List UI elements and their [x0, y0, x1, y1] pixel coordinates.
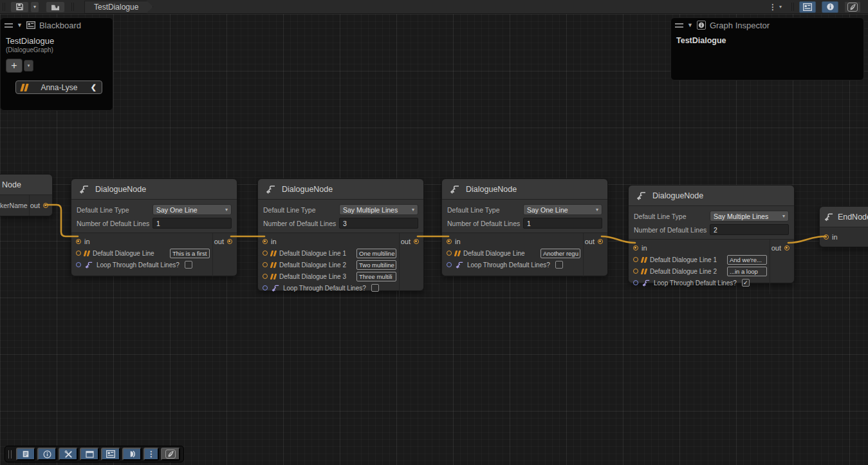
toggle-tools-button[interactable]	[59, 448, 78, 460]
out-port[interactable]	[598, 239, 603, 244]
loop-label: Loop Through Default Lines?	[654, 280, 737, 287]
collapse-triangle-icon[interactable]: ▼	[17, 22, 23, 28]
line-type-dropdown[interactable]: Say Multiple Lines ▾	[710, 211, 789, 222]
toolbar-separator	[71, 3, 74, 11]
blackboard-title: Blackboard	[39, 21, 81, 30]
dialogue-line-field[interactable]: Another regu	[540, 249, 580, 258]
overflow-menu-button[interactable]: ⋮ ▾	[766, 1, 785, 13]
bottom-toolbar: ⋮	[5, 446, 184, 462]
node-title-bar[interactable]: DialogueNode	[258, 179, 423, 200]
loop-checkbox[interactable]	[371, 284, 379, 292]
save-dropdown-button[interactable]: ▾	[30, 1, 39, 13]
in-port[interactable]	[633, 245, 638, 251]
dialogue-node-1[interactable]: DialogueNode Default Line Type Say One L…	[71, 178, 237, 276]
folder-open-icon	[51, 3, 60, 11]
dialogue-line-field[interactable]: ...in a loop	[727, 267, 767, 276]
num-lines-field[interactable]: 2	[710, 224, 789, 235]
loop-port[interactable]	[76, 262, 81, 267]
graph-inspector-panel: ▼ Graph Inspector TestDialogue	[670, 17, 864, 81]
chevron-down-icon: ▾	[412, 207, 414, 213]
loop-checkbox[interactable]	[555, 261, 563, 269]
chevron-left-icon[interactable]: ❮	[91, 83, 97, 91]
in-port-label: in	[642, 244, 647, 252]
dialogue-node-3[interactable]: DialogueNode Default Line Type Say One L…	[441, 178, 608, 276]
dialogue-line-label: Default Dialogue Line	[93, 250, 154, 257]
node-title: DialogueNode	[282, 185, 333, 194]
in-port[interactable]	[76, 239, 81, 244]
in-port-label: in	[271, 238, 277, 245]
loop-port[interactable]	[633, 280, 638, 285]
dialogue-line-field[interactable]: Three multili	[356, 272, 396, 281]
loop-checkbox[interactable]	[185, 261, 192, 269]
dialogue-line-port[interactable]	[633, 257, 638, 262]
in-port[interactable]	[263, 239, 268, 244]
document-icon	[22, 450, 30, 458]
blackboard-variable-anna-lyse[interactable]: Anna-Lyse ❮	[15, 81, 102, 94]
node-title: Node	[2, 180, 21, 189]
dialogue-line-port[interactable]	[263, 251, 268, 256]
dialogue-line-port[interactable]	[447, 251, 452, 256]
collapse-triangle-icon[interactable]: ▼	[687, 22, 693, 28]
out-port[interactable]	[414, 239, 419, 244]
open-asset-button[interactable]	[46, 1, 65, 13]
num-lines-field[interactable]: 1	[152, 218, 232, 229]
dialogue-line-label: Default Dialogue Line 1	[279, 250, 346, 257]
toggle-window-button[interactable]	[80, 448, 99, 460]
loop-checkbox[interactable]: ✓	[742, 279, 750, 287]
num-lines-field[interactable]: 3	[339, 218, 418, 229]
node-title: EndNode	[838, 213, 868, 222]
dialogue-line-label: Default Dialogue Line 2	[650, 268, 717, 275]
speaker-node-partial[interactable]: Node kerName out	[0, 174, 53, 216]
out-port[interactable]	[784, 245, 790, 251]
drag-handle-icon[interactable]	[8, 450, 12, 459]
graph-tab[interactable]: TestDialogue	[84, 1, 153, 14]
blackboard-header[interactable]: ▼ Blackboard	[1, 18, 113, 32]
loop-label: Loop Through Default Lines?	[467, 261, 550, 269]
loop-port[interactable]	[263, 285, 268, 290]
graph-inspector-header[interactable]: ▼ Graph Inspector	[671, 18, 863, 32]
line-type-dropdown[interactable]: Say One Line ▾	[523, 204, 602, 215]
toggle-preview-transition-button[interactable]	[122, 448, 142, 460]
graph-tab-label: TestDialogue	[94, 3, 138, 12]
save-button[interactable]	[10, 1, 29, 13]
line-type-dropdown[interactable]: Say Multiple Lines ▾	[339, 204, 418, 215]
toggle-blackboard-button[interactable]	[799, 1, 816, 13]
more-options-button[interactable]: ⋮	[143, 448, 159, 460]
node-title-bar[interactable]: DialogueNode	[442, 179, 607, 200]
line-type-dropdown[interactable]: Say One Line ▾	[152, 204, 232, 215]
dialogue-node-2[interactable]: DialogueNode Default Line Type Say Multi…	[257, 178, 424, 291]
node-title-bar[interactable]: Node	[0, 175, 52, 195]
toggle-preview-button[interactable]	[844, 1, 861, 13]
dialogue-line-field[interactable]: And we're...	[727, 255, 767, 265]
in-port[interactable]	[447, 239, 452, 244]
toggle-graph-inspector-button[interactable]	[822, 1, 838, 13]
toggle-inspector-button[interactable]	[37, 448, 57, 460]
toggle-blackboard-button[interactable]	[101, 448, 120, 460]
end-node[interactable]: EndNode in	[819, 206, 868, 247]
node-title-bar[interactable]: DialogueNode	[629, 185, 794, 206]
blackboard-panel: ▼ Blackboard TestDialogue (DialogueGraph…	[0, 17, 113, 111]
dialogue-line-port[interactable]	[633, 269, 638, 274]
dialogue-line-port[interactable]	[76, 251, 81, 256]
toggle-feather-button[interactable]	[161, 448, 180, 460]
dialogue-line-port[interactable]	[263, 274, 268, 279]
node-title-bar[interactable]: EndNode	[820, 207, 868, 227]
drag-handle-icon[interactable]	[5, 23, 13, 28]
dialogue-node-4[interactable]: DialogueNode Default Line Type Say Multi…	[628, 185, 795, 283]
dialogue-line-field[interactable]: This is a first	[170, 249, 210, 258]
dialogue-line-field[interactable]: One multiline	[356, 249, 396, 258]
drag-handle-icon[interactable]	[675, 23, 683, 28]
dialogue-line-port[interactable]	[263, 262, 268, 267]
toggle-console-button[interactable]	[16, 448, 35, 460]
node-title-bar[interactable]: DialogueNode	[71, 179, 237, 200]
add-variable-button[interactable]: +	[6, 59, 23, 73]
loop-port[interactable]	[447, 262, 452, 267]
add-variable-dropdown-button[interactable]: ▾	[24, 60, 33, 71]
out-port[interactable]	[227, 239, 232, 244]
editor-window: ▾ TestDialogue ⋮ ▾	[0, 0, 868, 465]
dialogue-line-field[interactable]: Two multiline	[356, 260, 396, 270]
out-port-label: out	[30, 202, 40, 209]
num-lines-field[interactable]: 1	[523, 218, 602, 229]
dialogue-line-label: Default Dialogue Line 1	[650, 256, 717, 263]
line-type-label: Default Line Type	[77, 206, 152, 214]
